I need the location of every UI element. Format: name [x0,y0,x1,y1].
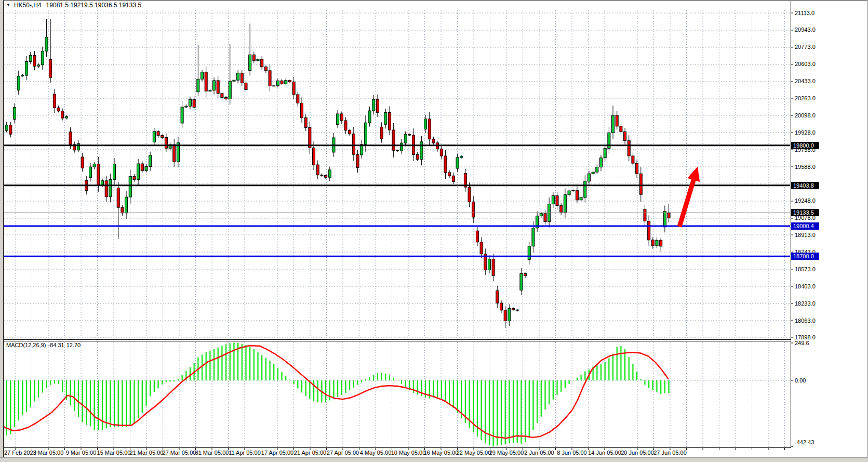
price-axis-label: 20263.0 [795,95,816,102]
chart-title: ▼HK50-,H419081.5 19219.5 19036.5 19133.5 [6,2,141,9]
price-axis-label: 18913.0 [795,232,816,239]
price-axis-label: 19248.0 [795,197,816,204]
macd-name: MACD(12,26,9) [6,342,46,348]
macd-histogram [3,342,669,446]
macd-scale-label: 0.00 [795,377,806,384]
price-axis-label: 19588.0 [795,164,816,170]
window-left-frame [0,0,4,462]
symbol-dropdown-icon[interactable]: ▼ [6,3,10,7]
price-axis-label: 18403.0 [795,283,816,290]
price-level-badge: 19000.4 [791,222,819,230]
macd-main-value: -84.31 [48,342,64,348]
price-axis-label: 18573.0 [795,266,816,273]
macd-scale-label: -442.43 [795,439,814,446]
price-axis-label: 19928.0 [795,129,816,136]
price-axis-label: 20943.0 [795,27,816,33]
time-axis-label: 27 Jun 05:00 [649,450,691,456]
macd-scale-label: 249.6 [795,340,809,347]
macd-signal-value: 12.70 [66,342,81,348]
price-axis[interactable]: 21113.020943.020773.020603.020433.020263… [791,0,868,448]
price-axis-label: 20098.0 [795,112,816,119]
price-axis-label: 20603.0 [795,61,816,68]
price-axis-label: 21113.0 [795,10,814,17]
chart-window: ▼HK50-,H419081.5 19219.5 19036.5 19133.5… [0,0,868,462]
macd-indicator-label: MACD(12,26,9)-84.3112.70 [6,342,83,348]
window-bottom-frame [0,457,868,462]
price-level-badge: 18700.0 [791,253,819,260]
chart-canvas[interactable] [0,0,868,462]
candlestick-series [2,19,671,328]
price-axis-label: 20773.0 [795,44,816,50]
time-axis[interactable]: 27 Feb 20233 Mar 05:009 Mar 05:0015 Mar … [4,448,791,457]
price-axis-label: 18063.0 [795,318,816,324]
price-level-badge: 19800.0 [791,142,819,149]
pane-borders [4,1,868,457]
price-level-badge: 19133.5 [791,209,819,216]
symbol-period-label: HK50-,H4 [14,2,42,9]
price-level-badge: 19403.8 [791,182,819,189]
price-axis-label: 18233.0 [795,300,816,307]
title-ohlc-values: 19081.5 19219.5 19036.5 19133.5 [46,2,142,9]
trend-arrow[interactable] [679,167,700,227]
axis-ticks [16,13,793,450]
price-axis-label: 20433.0 [795,78,816,85]
